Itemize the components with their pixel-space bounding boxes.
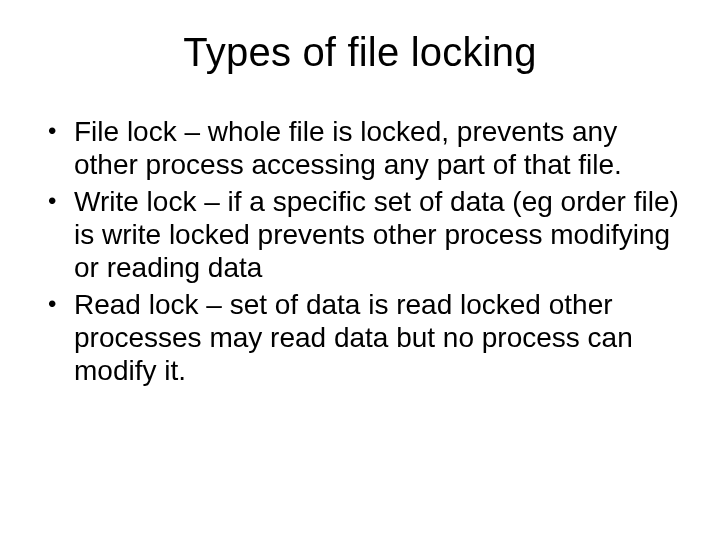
bullet-list: File lock – whole file is locked, preven… [40, 115, 680, 387]
slide-title: Types of file locking [40, 30, 680, 75]
list-item: Write lock – if a specific set of data (… [46, 185, 680, 284]
list-item: File lock – whole file is locked, preven… [46, 115, 680, 181]
list-item: Read lock – set of data is read locked o… [46, 288, 680, 387]
slide: Types of file locking File lock – whole … [0, 0, 720, 540]
